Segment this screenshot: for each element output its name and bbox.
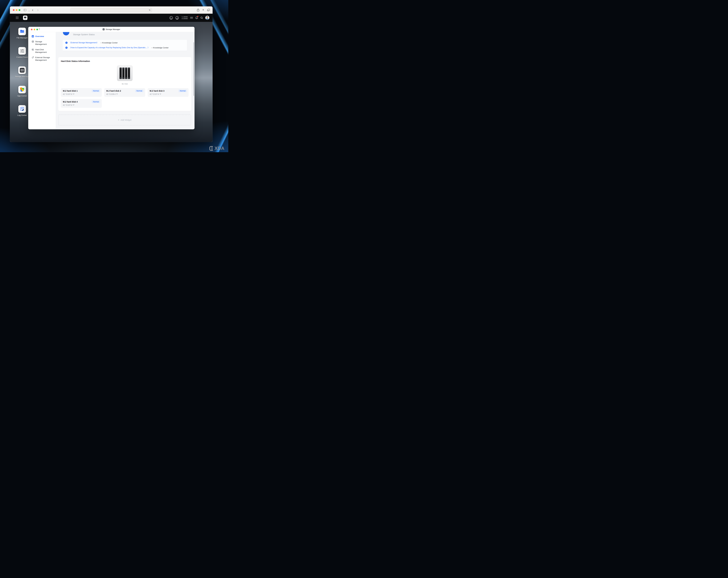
storage-status-logo: [63, 32, 69, 35]
user-avatar[interactable]: [205, 16, 209, 20]
hard-disk-status-card: Hard Disk Status Information 1 2 3 4 M.2…: [58, 57, 191, 111]
bay-led: [126, 78, 126, 78]
reload-icon[interactable]: ↻: [149, 9, 151, 11]
info-icon: i: [66, 42, 68, 44]
disk-temperature: 42 °C/107.6 °F: [63, 93, 100, 95]
toolbar-right-actions: +: [197, 6, 210, 14]
nas-device-image: 1 2 3 4: [117, 66, 132, 81]
app-content: Storage System Status i 《External Storag…: [56, 32, 194, 129]
topbar-status-cluster: CPU RAM ↑1.19KB/s ↓0.32KB/s: [169, 16, 209, 20]
sidebar-item-overview[interactable]: Overview: [28, 34, 56, 39]
sidebar-item-label: Hard Disk Management: [35, 48, 52, 54]
disk-temperature: 43 °C/109.4 °F: [106, 93, 143, 95]
hard-disk-icon: [32, 49, 34, 51]
xda-watermark: XDA: [209, 146, 225, 151]
sidebar-item-storage-management[interactable]: Storage Management: [28, 39, 56, 47]
disk-card-2[interactable]: M.2 hard disk 2 Normal 43 °C/109.4 °F: [104, 88, 145, 97]
notifications-bell-icon[interactable]: [195, 16, 198, 19]
browser-window: ⌄ ‹ › ↻ +: [10, 6, 213, 142]
sidebar-item-hard-disk-management[interactable]: Hard Disk Management: [28, 47, 56, 55]
add-widget-label: Add Widget: [121, 119, 131, 121]
sidebar-item-external-storage-management[interactable]: External Storage Management: [28, 55, 56, 63]
app-sidebar: Overview Storage Management: [28, 32, 56, 129]
desktop-monitor-icon[interactable]: [23, 16, 27, 20]
disk-temperature: 42 °C/107.6 °F: [63, 104, 100, 106]
bay-led: [121, 78, 121, 78]
bay-number: 3: [126, 68, 127, 69]
external-storage-icon: [32, 56, 34, 58]
knowledge-link-row: i 《How to Expand the Capacity of a stora…: [66, 46, 184, 49]
plus-icon: +: [118, 119, 120, 121]
knowledge-link-suffix: – Knowledge Center: [101, 42, 118, 44]
nas-desktop: CPU RAM ↑1.19KB/s ↓0.32KB/s: [10, 14, 213, 142]
bay-number: 4: [129, 68, 129, 69]
status-badge: Normal: [92, 90, 100, 92]
desktop-background: ⌄ ‹ › ↻ +: [0, 0, 228, 152]
upload-speed: ↑1.19KB/s: [181, 16, 188, 18]
task-list-icon[interactable]: [190, 17, 193, 19]
zoom-button[interactable]: [19, 9, 20, 11]
desktop-icon-label: File Manager: [17, 37, 28, 39]
cpu-gauge-icon[interactable]: CPU: [169, 16, 173, 20]
app-window-titlebar: ? Storage Manager: [28, 27, 194, 32]
back-button[interactable]: ‹: [32, 8, 33, 12]
m2-slot-caption: M.2 Slot: [58, 83, 191, 85]
bay-number: 1: [121, 68, 121, 69]
nas-topbar: CPU RAM ↑1.19KB/s ↓0.32KB/s: [10, 14, 213, 22]
knowledge-link-row: i 《External Storage Management》 – Knowle…: [66, 41, 184, 44]
new-tab-button[interactable]: +: [202, 8, 204, 11]
sidebar-item-label: Storage Management: [35, 40, 52, 46]
drive-bay: 1: [120, 68, 122, 79]
chevron-down-icon[interactable]: ⌄: [28, 9, 30, 11]
add-widget-button[interactable]: + Add Widget: [58, 115, 191, 125]
disk-card-3[interactable]: M.2 hard disk 3 Normal 42 °C/107.6 °F: [148, 88, 188, 97]
knowledge-link[interactable]: 《External Storage Management》: [69, 41, 98, 44]
address-bar[interactable]: ↻: [71, 8, 152, 12]
storage-system-status-header: Storage System Status: [73, 33, 95, 36]
app-center-icon: [18, 86, 26, 93]
knowledge-link[interactable]: 《How to Expand the Capacity of a storage…: [69, 46, 149, 49]
app-title-text: Storage Manager: [106, 28, 120, 30]
bay-led: [123, 78, 124, 78]
log-center-icon: [18, 105, 26, 113]
browser-toolbar: ⌄ ‹ › ↻ +: [10, 6, 213, 14]
desktop-icon-label: Storage Manager: [15, 75, 29, 78]
minimize-button[interactable]: [16, 9, 18, 11]
storage-manager-title-icon: [103, 28, 105, 30]
drive-bays: 1 2 3 4: [120, 68, 130, 79]
close-button[interactable]: [13, 9, 15, 11]
network-speeds: ↑1.19KB/s ↓0.32KB/s: [181, 16, 188, 20]
overview-icon: [32, 35, 34, 37]
desktop-icon-label: App Center: [17, 95, 27, 97]
disk-status-grid: M.2 hard disk 1 Normal 42 °C/107.6 °F M.…: [61, 88, 188, 108]
xda-watermark-text: XDA: [215, 146, 225, 151]
scrollbar-thumb[interactable]: [193, 42, 194, 96]
knowledge-center-panel: i 《External Storage Management》 – Knowle…: [62, 40, 187, 51]
ram-gauge-icon[interactable]: RAM: [175, 16, 179, 20]
window-controls: [13, 9, 20, 11]
storage-manager-icon: [18, 67, 26, 74]
xda-logo-icon: [209, 146, 214, 151]
forward-button[interactable]: ›: [37, 8, 38, 12]
sidebar-toggle-icon[interactable]: [24, 9, 26, 11]
bay-number: 2: [123, 68, 124, 69]
app-window-title: Storage Manager: [28, 27, 194, 32]
cpu-gauge-label: CPU: [170, 18, 172, 19]
app-grid-icon[interactable]: [16, 16, 19, 19]
drive-bay: 3: [125, 68, 127, 79]
ram-gauge-label: RAM: [176, 18, 178, 19]
tab-overview-icon[interactable]: [207, 9, 210, 11]
status-badge: Normal: [135, 90, 144, 92]
search-icon[interactable]: [200, 17, 203, 19]
share-icon[interactable]: [197, 8, 199, 11]
hard-disk-status-title: Hard Disk Status Information: [61, 60, 90, 62]
info-icon: i: [66, 47, 68, 49]
file-manager-icon: [18, 28, 26, 35]
status-badge: Normal: [92, 100, 100, 103]
disk-card-1[interactable]: M.2 hard disk 1 Normal 42 °C/107.6 °F: [61, 88, 102, 97]
storage-manager-window: ? Storage Manager Overview: [28, 27, 194, 129]
drive-bay: 2: [122, 68, 125, 79]
drive-bay: 4: [128, 68, 130, 79]
disk-card-4[interactable]: M.2 hard disk 4 Normal 42 °C/107.6 °F: [61, 99, 102, 108]
bay-led: [129, 78, 129, 78]
